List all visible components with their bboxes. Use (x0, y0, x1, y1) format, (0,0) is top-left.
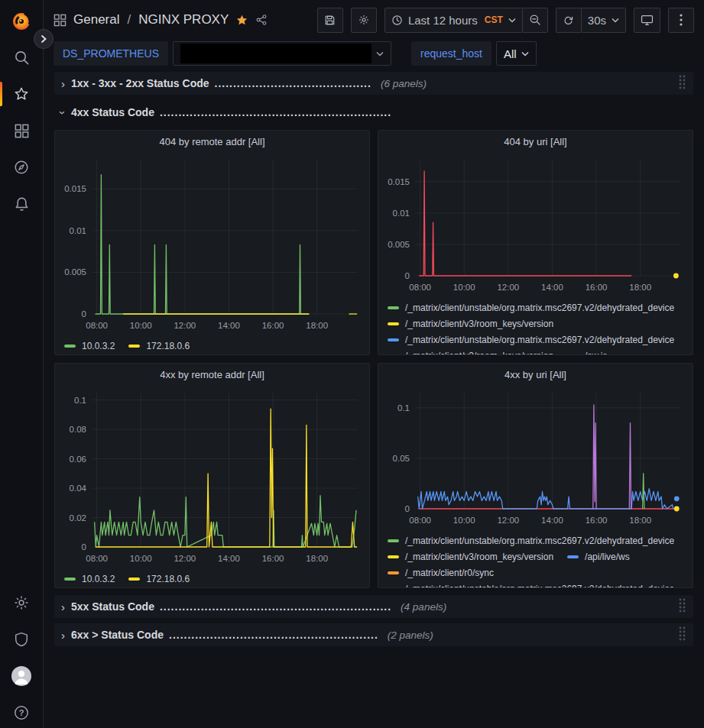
sidebar-item-configuration[interactable] (0, 584, 44, 621)
grafana-app: ? General / NGINX PROXY (0, 0, 704, 728)
row-header-1xx-3xx-2xx[interactable]: › 1xx - 3xx - 2xx Status Code ..........… (54, 72, 693, 95)
row-drag-handle[interactable] (678, 626, 686, 645)
panel-title[interactable]: 404 by uri [All] (378, 131, 693, 152)
series-line (96, 175, 309, 314)
favorite-star-icon[interactable] (235, 14, 248, 27)
sidebar-nav-top (0, 39, 44, 222)
variable-label-ds-prometheus[interactable]: DS_PROMETHEUS (54, 41, 168, 66)
legend-label: /api/live/ws (585, 552, 630, 562)
series-end-dot (674, 506, 680, 512)
sidebar-item-help[interactable]: ? (0, 694, 44, 728)
kebab-menu-button[interactable] (668, 8, 694, 33)
legend-label: /_matrix/client/v3/room_keys/version (405, 552, 553, 562)
time-series-chart[interactable]: 08:0010:0012:0014:0016:0018:0000.0050.01… (384, 152, 686, 297)
legend-item[interactable]: /_matrix/client/r0/sync (388, 568, 494, 578)
panel-4xx-by-remote-addr: 4xx by remote addr [All] 08:0010:0012:00… (54, 363, 370, 588)
chevron-right-icon: › (61, 600, 65, 613)
dashboard-settings-button[interactable] (351, 8, 377, 33)
save-icon (324, 15, 336, 26)
variable-value-request-host[interactable]: All (496, 41, 537, 66)
panel-grid: 404 by remote addr [All] 08:0010:0012:00… (54, 130, 693, 588)
variable-label-request-host[interactable]: request_host (411, 41, 492, 66)
y-axis-label: 0 (405, 271, 410, 280)
legend-swatch (567, 555, 579, 558)
time-range-picker[interactable]: Last 12 hours CST (384, 8, 523, 33)
search-icon (14, 50, 30, 66)
sidebar-item-profile[interactable] (0, 658, 44, 694)
row-title-dots: ........................................… (160, 600, 391, 613)
series-end-dot (674, 496, 680, 501)
sidebar-expand-button[interactable] (34, 29, 54, 49)
legend-item[interactable]: /_matrix/client/v3/room_keys/version (388, 319, 553, 329)
drag-dots-icon (678, 626, 686, 642)
dashboard-canvas: › 1xx - 3xx - 2xx Status Code ..........… (44, 67, 704, 728)
time-series-chart[interactable]: 08:0010:0012:0014:0016:0018:0000.020.040… (61, 385, 362, 568)
series-line (418, 489, 673, 509)
tv-mode-button[interactable] (634, 8, 660, 33)
save-dashboard-button[interactable] (317, 8, 343, 33)
star-outline-icon (13, 86, 30, 102)
row-panel-count: (6 panels) (381, 78, 427, 89)
panel-title[interactable]: 404 by remote addr [All] (55, 131, 369, 152)
legend-item[interactable]: 10.0.3.2 (64, 341, 115, 351)
y-axis-label: 0.05 (393, 454, 410, 463)
row-title-dots: ........................................… (160, 106, 391, 118)
x-axis-label: 16:00 (586, 516, 608, 525)
sidebar-item-server-admin[interactable] (0, 621, 44, 658)
legend-label: /sw.js (585, 351, 607, 354)
y-axis-label: 0.01 (393, 209, 410, 218)
legend-swatch (388, 338, 399, 341)
y-axis-label: 0.08 (70, 425, 86, 434)
sidebar-item-starred[interactable] (0, 76, 44, 112)
refresh-interval-picker[interactable]: 30s (581, 8, 626, 33)
legend-item[interactable]: /_matrix/client/unstable/org.matrix.msc2… (388, 584, 674, 587)
chevron-right-icon: › (61, 77, 65, 90)
row-drag-handle[interactable] (678, 74, 686, 93)
breadcrumb-folder[interactable]: General (73, 12, 119, 28)
legend-item[interactable]: /_matrix/client/v3/room_keys/version (388, 351, 553, 354)
y-axis-label: 0 (82, 542, 86, 552)
legend-label: /_matrix/client/unstable/org.matrix.msc2… (405, 584, 674, 587)
row-header-6xx[interactable]: › 6xx > Status Code ....................… (54, 623, 693, 646)
legend-item[interactable]: 172.18.0.6 (128, 341, 190, 351)
y-axis-label: 0.015 (64, 184, 86, 193)
legend-item[interactable]: /_matrix/client/unstable/org.matrix.msc2… (388, 335, 674, 345)
time-series-chart[interactable]: 08:0010:0012:0014:0016:0018:0000.050.1 (384, 385, 686, 530)
time-series-chart[interactable]: 08:0010:0012:0014:0016:0018:0000.0050.01… (61, 152, 362, 335)
x-axis-label: 16:00 (262, 321, 284, 330)
share-icon[interactable] (255, 14, 268, 26)
avatar (11, 666, 31, 686)
legend-item[interactable]: 172.18.0.6 (128, 574, 190, 584)
x-axis-label: 08:00 (409, 516, 431, 525)
x-axis-label: 18:00 (629, 283, 651, 292)
legend-item[interactable]: /_matrix/client/unstable/org.matrix.msc2… (388, 535, 674, 546)
variable-value-ds-prometheus[interactable] (173, 41, 391, 66)
y-axis-label: 0.005 (388, 240, 410, 249)
legend-swatch (388, 539, 399, 542)
chevron-down-icon (521, 51, 529, 57)
row-header-4xx[interactable]: › 4xx Status Code ......................… (54, 102, 693, 122)
sidebar-item-explore[interactable] (0, 149, 44, 186)
legend-item[interactable]: /sw.js (567, 351, 607, 354)
sidebar-item-dashboards[interactable] (0, 112, 44, 149)
row-header-5xx[interactable]: › 5xx Status Code ......................… (54, 595, 693, 618)
panel-title[interactable]: 4xx by remote addr [All] (55, 364, 369, 385)
breadcrumb-dashboard-title[interactable]: NGINX PROXY (138, 12, 229, 28)
legend-label: 172.18.0.6 (146, 574, 190, 584)
legend-item[interactable]: /api/live/ws (567, 552, 630, 562)
panel-title[interactable]: 4xx by uri [All] (378, 364, 693, 385)
grafana-logo[interactable] (10, 8, 33, 34)
zoom-out-time-button[interactable] (522, 8, 548, 33)
legend-item[interactable]: 10.0.3.2 (64, 574, 115, 584)
refresh-button[interactable] (556, 8, 582, 33)
breadcrumb: General / NGINX PROXY (54, 12, 268, 28)
variables-bar: DS_PROMETHEUS request_host All (44, 40, 704, 67)
dashboards-grid-icon (14, 123, 30, 139)
legend-item[interactable]: /_matrix/client/v3/room_keys/version (388, 552, 553, 562)
panel-4xx-by-uri: 4xx by uri [All] 08:0010:0012:0014:0016:… (378, 363, 693, 588)
panel-legend: /_matrix/client/unstable/org.matrix.msc2… (378, 300, 693, 354)
row-drag-handle[interactable] (678, 597, 686, 616)
legend-item[interactable]: /_matrix/client/unstable/org.matrix.msc2… (388, 303, 674, 313)
sidebar-item-alerting[interactable] (0, 186, 44, 222)
drag-dots-icon (678, 597, 686, 613)
